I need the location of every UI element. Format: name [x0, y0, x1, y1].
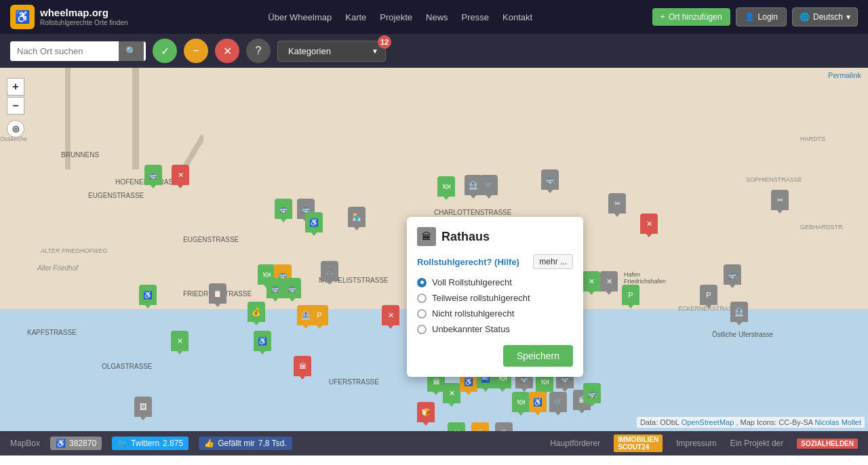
nav-presse[interactable]: Presse [462, 12, 489, 22]
map-marker[interactable]: ✕ [171, 331, 189, 351]
osm-link[interactable]: OpenStreetMap [682, 418, 734, 426]
map-marker[interactable]: ✕ [600, 271, 618, 291]
map-marker[interactable]: 🍽 [512, 392, 530, 412]
radio-voll[interactable]: Voll Rollstuhlgerecht [417, 277, 573, 287]
map-marker[interactable]: P [700, 285, 717, 305]
radio-nicht-label: Nicht rollstuhlgerecht [432, 308, 514, 319]
map-marker[interactable]: ♿ [529, 392, 547, 412]
map-marker[interactable]: 🚲 [321, 261, 338, 281]
map-marker[interactable]: 📋 [209, 283, 226, 304]
filter-accessible-button[interactable]: ✓ [153, 39, 177, 63]
map-marker[interactable]: ✕ [443, 383, 460, 403]
map-marker[interactable]: 🍽 [437, 176, 455, 197]
nav-ueber[interactable]: Über Wheelmap [268, 12, 332, 22]
radio-voll-label: Voll Rollstuhlgerecht [432, 277, 512, 287]
map-marker[interactable]: ♿ [305, 212, 323, 232]
compass-button[interactable]: ◎ [7, 120, 24, 138]
plus-icon: + [660, 12, 665, 22]
twitter-icon: 🐦 [117, 439, 127, 448]
search-input[interactable] [10, 41, 119, 61]
map-marker[interactable]: 🛒 [480, 175, 498, 195]
radio-nicht[interactable]: Nicht rollstuhlgerecht [417, 308, 573, 319]
logo-title: wheelmap.org [40, 7, 128, 19]
map-marker[interactable]: ☕ [495, 422, 513, 431]
filter-unknown-button[interactable]: ? [246, 39, 271, 63]
map-marker[interactable]: 🚌 [267, 278, 284, 298]
login-button[interactable]: 👤 Login [736, 7, 787, 26]
question-icon: ? [256, 45, 262, 57]
map-marker[interactable]: ♿ [254, 331, 271, 351]
popup-title: Rathaus [441, 230, 490, 244]
data-credit-text: Data: ODbL [640, 418, 679, 426]
speichern-button[interactable]: Speichern [503, 345, 573, 367]
ein-projekt-label: Ein Projekt der [730, 439, 784, 448]
search-input-wrap: 🔍 [10, 41, 146, 61]
add-place-button[interactable]: + Ort hinzufügen [652, 8, 730, 26]
radio-teilweise-label: Teilweise rollstuhlgerecht [432, 293, 530, 303]
radio-unbekannt-label: Unbekannter Status [432, 324, 510, 334]
x-icon: ✕ [223, 45, 232, 58]
filter-inaccessible-button[interactable]: ✕ [215, 39, 239, 63]
radio-unbekannt[interactable]: Unbekannter Status [417, 324, 573, 334]
nav-karte[interactable]: Karte [345, 12, 366, 22]
counter-value: 382870 [69, 439, 96, 448]
map-marker[interactable]: P [311, 305, 328, 325]
map-marker[interactable]: 🏛 [294, 356, 311, 376]
map-marker[interactable]: ✕ [583, 271, 600, 291]
twitter-item[interactable]: 🐦 Twittern 2.875 [112, 437, 189, 450]
logo-subtitle: Rollstuhlgerechte Orte finden [40, 19, 128, 26]
map-marker[interactable]: ✕ [382, 305, 399, 325]
map-marker[interactable]: 🚌 [541, 169, 559, 190]
zoom-out-button[interactable]: − [7, 97, 24, 115]
radio-teilweise-circle [417, 294, 427, 303]
nav-kontakt[interactable]: Kontakt [502, 12, 532, 22]
hauptfoerderer-label: Hauptförderer [550, 439, 600, 448]
search-icon: 🔍 [125, 46, 137, 56]
nicolas-link[interactable]: Nicolas Mollet [815, 418, 861, 426]
map-marker[interactable]: ✕ [172, 165, 189, 185]
user-icon: 👤 [745, 12, 755, 22]
logo-area[interactable]: ♿ wheelmap.org Rollstuhlgerechte Orte fi… [10, 5, 128, 29]
logo-icon: ♿ [10, 5, 35, 29]
categories-wrap: Kategorien 12 [277, 41, 386, 62]
nav-news[interactable]: News [426, 12, 448, 22]
map-marker[interactable]: 🖼 [134, 397, 152, 417]
language-button[interactable]: 🌐 Deutsch ▾ [792, 7, 858, 26]
radio-teilweise[interactable]: Teilweise rollstuhlgerecht [417, 293, 573, 303]
map-icons-text: , Map Icons: CC-By-SA [736, 418, 812, 426]
place-popup: 🏛 Rathaus Rollstuhlgerecht? (Hilfe) mehr… [407, 217, 583, 377]
checkmark-icon: ✓ [161, 45, 170, 58]
search-button[interactable]: 🔍 [119, 41, 144, 61]
map-marker[interactable]: ♿ [139, 285, 157, 305]
zoom-in-button[interactable]: + [7, 78, 24, 96]
map-marker[interactable]: P [622, 285, 639, 305]
facebook-item[interactable]: 👍 Gefällt mir 7,8 Tsd. [199, 437, 292, 450]
map-marker[interactable]: 🚌 [275, 199, 292, 219]
impressum-link[interactable]: Impressum [676, 439, 716, 448]
map-marker[interactable]: 🏦 [730, 302, 748, 322]
filter-partial-button[interactable]: − [184, 39, 208, 63]
nav-projekte[interactable]: Projekte [380, 12, 412, 22]
map-marker[interactable]: 🍞 [417, 402, 435, 422]
main-nav: Über Wheelmap Karte Projekte News Presse… [149, 12, 652, 22]
map-marker[interactable]: 🚌 [583, 383, 601, 403]
map-marker[interactable]: ✂ [608, 193, 626, 214]
map-marker[interactable]: ☕ [471, 422, 489, 431]
fb-icon: 👍 [204, 439, 214, 448]
map-marker[interactable]: ✕ [448, 422, 465, 431]
map-marker[interactable]: 🚌 [283, 278, 301, 298]
map-controls: + − ◎ [7, 78, 24, 138]
map-marker[interactable]: 🚌 [144, 165, 162, 185]
map-marker[interactable]: 🏪 [348, 207, 366, 227]
map-marker[interactable]: ✕ [640, 214, 658, 234]
categories-button[interactable]: Kategorien [277, 41, 386, 62]
map-marker[interactable]: ✂ [771, 190, 789, 210]
globe-icon: 🌐 [800, 12, 810, 22]
map-container[interactable]: EUGENSTRASSE EUGENSTRASSE HOFENER STRASS… [0, 68, 868, 431]
map-marker[interactable]: 🛒 [549, 392, 567, 412]
fb-label: Gefällt mir [218, 439, 255, 448]
minus-icon: − [193, 45, 199, 57]
mehr-button[interactable]: mehr ... [533, 254, 573, 269]
map-marker[interactable]: 💰 [248, 302, 265, 322]
map-marker[interactable]: 🚌 [724, 264, 741, 285]
